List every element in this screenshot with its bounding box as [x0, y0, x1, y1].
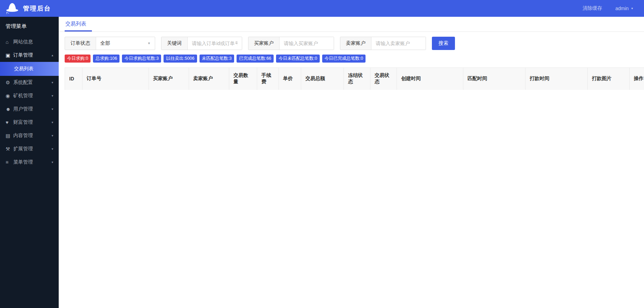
- sidebar-item-label: 内容管理: [13, 132, 51, 139]
- top-navbar: 管理后台 清除缓存 admin ▼: [0, 0, 644, 17]
- search-button[interactable]: 搜索: [432, 37, 455, 50]
- chevron-down-icon: ▼: [51, 121, 54, 124]
- sidebar-item-site-info[interactable]: ⌂网站信息: [0, 35, 59, 49]
- seller-group: 卖家账户: [340, 37, 426, 50]
- chevron-down-icon: ▼: [147, 42, 151, 45]
- buyer-group: 买家账户: [248, 37, 334, 50]
- chevron-down-icon: ▼: [51, 134, 54, 137]
- sidebar-subitem-label: 交易列表: [14, 66, 34, 72]
- stat-badge: 今日未匹配总笔数:0: [276, 55, 319, 63]
- col-action: 操作: [630, 67, 644, 90]
- col-fee: 手续费: [257, 67, 279, 90]
- filter-bar: 订单状态 全部 ▼ 关键词 买家账户 卖家账户 搜索: [59, 32, 644, 53]
- col-created: 创建时间: [397, 67, 463, 90]
- col-freeze: 冻结状态: [344, 67, 370, 90]
- col-image: 打款图片: [588, 67, 630, 90]
- tab-bar: 交易列表: [59, 17, 644, 32]
- keyword-group: 关键词: [161, 37, 242, 50]
- clear-cache-link[interactable]: 清除缓存: [583, 5, 602, 12]
- chevron-up-icon: ▲: [51, 54, 54, 57]
- keyword-label: 关键词: [161, 37, 188, 50]
- heart-pulse-icon: ♥: [6, 120, 13, 125]
- stats-bar: 今日求购:0总求购:106今日求购总笔数:3以往卖出:5006未匹配总笔数:3已…: [59, 53, 644, 66]
- stat-badge: 今日求购:0: [65, 55, 91, 63]
- users-icon: ☻: [6, 106, 13, 112]
- col-trade: 交易状态: [370, 67, 397, 90]
- chevron-down-icon: ▼: [51, 81, 54, 84]
- trade-table: ID订单号买家账户卖家账户交易数量手续费单价交易总额冻结状态交易状态创建时间匹配…: [65, 67, 644, 90]
- sidebar-item-user-management[interactable]: ☻用户管理▼: [0, 102, 59, 116]
- order-status-select[interactable]: 全部 ▼: [96, 37, 155, 50]
- col-seller: 卖家账户: [189, 67, 229, 90]
- tab-trade-list[interactable]: 交易列表: [65, 17, 92, 31]
- chevron-down-icon: ▼: [51, 148, 54, 151]
- sidebar-item-label: 财富管理: [13, 119, 51, 126]
- app-logo[interactable]: 管理后台: [0, 3, 51, 14]
- col-order_no: 订单号: [82, 67, 149, 90]
- order-status-group: 订单状态 全部 ▼: [65, 37, 155, 50]
- sidebar-item-menu-management[interactable]: ≡菜单管理▼: [0, 156, 59, 169]
- chevron-down-icon: ▼: [51, 108, 54, 111]
- sidebar-item-label: 系统配置: [13, 79, 51, 86]
- sidebar-item-label: 用户管理: [13, 106, 51, 112]
- logo-icon: [6, 3, 19, 14]
- chevron-down-icon: ▼: [631, 7, 634, 10]
- buyer-label: 买家账户: [248, 37, 280, 50]
- chevron-down-icon: ▼: [51, 161, 54, 164]
- col-buyer: 买家账户: [149, 67, 189, 90]
- buyer-input[interactable]: [280, 37, 334, 50]
- table-header-row: ID订单号买家账户卖家账户交易数量手续费单价交易总额冻结状态交易状态创建时间匹配…: [65, 67, 644, 90]
- sidebar-item-trade-list[interactable]: 交易列表: [0, 62, 59, 76]
- sidebar-item-label: 扩展管理: [13, 146, 51, 152]
- stat-badge: 今日已完成总笔数:0: [322, 55, 366, 63]
- seller-input[interactable]: [371, 37, 426, 50]
- stat-badge: 未匹配总笔数:3: [200, 55, 234, 63]
- sidebar-menu: 管理菜单 ⌂网站信息▣订单管理▲交易列表⚙系统配置▼◉矿机管理▼☻用户管理▼♥财…: [0, 17, 59, 308]
- sidebar-item-label: 订单管理: [13, 52, 51, 58]
- power-icon: ◉: [6, 93, 13, 99]
- stat-badge: 以往卖出:5006: [164, 55, 197, 63]
- sidebar-item-wealth-management[interactable]: ♥财富管理▼: [0, 116, 59, 129]
- col-id: ID: [65, 67, 82, 90]
- gears-icon: ⚙: [6, 80, 13, 85]
- sidebar-item-label: 菜单管理: [13, 159, 51, 165]
- stat-badge: 已完成总笔数:66: [237, 55, 274, 63]
- home-icon: ⌂: [6, 39, 13, 45]
- sidebar-item-system-config[interactable]: ⚙系统配置▼: [0, 76, 59, 89]
- seller-label: 卖家账户: [340, 37, 371, 50]
- app-title: 管理后台: [23, 4, 51, 13]
- stat-badge: 总求购:106: [93, 55, 120, 63]
- list-icon: ≡: [6, 159, 13, 165]
- keyword-input[interactable]: [188, 37, 242, 50]
- col-qty: 交易数量: [229, 67, 257, 90]
- file-icon: ▤: [6, 133, 13, 138]
- sidebar-item-label: 网站信息: [13, 39, 54, 45]
- sidebar-item-label: 矿机管理: [13, 93, 51, 99]
- order-status-label: 订单状态: [65, 37, 96, 50]
- user-menu[interactable]: admin ▼: [615, 6, 634, 11]
- col-matched: 匹配时间: [463, 67, 526, 90]
- sidebar-item-miner-management[interactable]: ◉矿机管理▼: [0, 89, 59, 102]
- username: admin: [615, 6, 629, 11]
- sidebar-item-extension-management[interactable]: ⚒扩展管理▼: [0, 142, 59, 156]
- col-total: 交易总额: [301, 67, 344, 90]
- stat-badge: 今日求购总笔数:3: [122, 55, 161, 63]
- sidebar-title: 管理菜单: [0, 17, 59, 35]
- col-paid: 打款时间: [526, 67, 588, 90]
- sidebar-item-content-management[interactable]: ▤内容管理▼: [0, 129, 59, 142]
- trade-table-wrap: ID订单号买家账户卖家账户交易数量手续费单价交易总额冻结状态交易状态创建时间匹配…: [65, 67, 644, 90]
- window-icon: ▣: [6, 52, 13, 58]
- order-status-value: 全部: [100, 40, 110, 46]
- main-content: 交易列表 订单状态 全部 ▼ 关键词 买家账户 卖家账户 搜: [59, 17, 644, 308]
- col-price: 单价: [279, 67, 301, 90]
- wrench-icon: ⚒: [6, 146, 13, 152]
- sidebar-item-order-management[interactable]: ▣订单管理▲: [0, 49, 59, 62]
- chevron-down-icon: ▼: [51, 94, 54, 98]
